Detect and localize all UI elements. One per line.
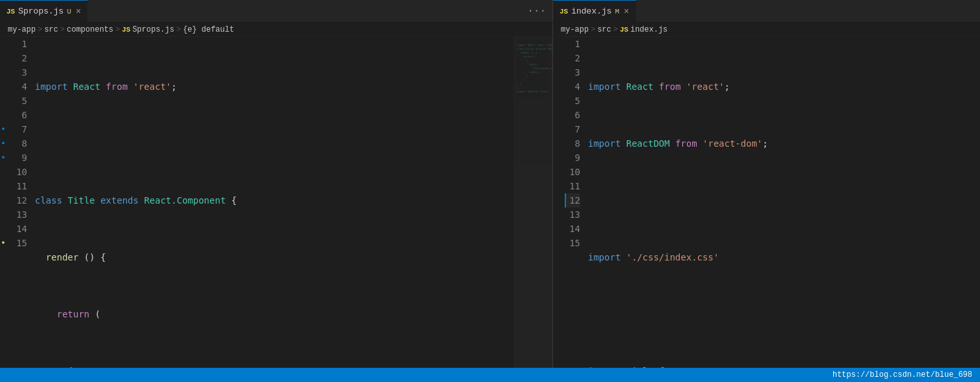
right-code-line-4: import './css/index.css' <box>588 250 977 264</box>
right-tab-bar: JS index.js M × <box>553 0 980 22</box>
code-line-5: return ( <box>35 307 511 321</box>
bc-default: {e} default <box>183 25 234 34</box>
code-line-2 <box>35 136 511 151</box>
gutter-indicator-7: ● <box>0 122 6 136</box>
tab-index-js[interactable]: JS index.js M × <box>553 0 637 22</box>
right-code-line-3 <box>588 193 977 207</box>
right-gutter <box>553 37 560 368</box>
status-bar: https://blog.csdn.net/blue_698 <box>0 368 980 382</box>
tab-dirty-indicator: U <box>67 8 71 16</box>
code-line-6: ( <box>35 364 511 368</box>
tab-sprops-label: Sprops.js <box>18 6 63 16</box>
breadcrumbs-row: my-app > src > components > JS Sprops.js… <box>0 23 980 37</box>
bc-sep4: > <box>176 25 180 34</box>
gutter-indicator-8: ● <box>0 136 6 151</box>
left-editor-pane: ● ● ● ● 1 2 3 4 5 6 7 8 9 10 11 12 <box>0 37 553 368</box>
bc-r-icon: JS <box>620 26 628 34</box>
tab-sprops-js[interactable]: JS Sprops.js U × <box>0 0 88 22</box>
tab-index-close-icon[interactable]: × <box>624 6 629 17</box>
tab-index-label: index.js <box>571 6 611 16</box>
breadcrumb-right: my-app > src > JS index.js <box>553 23 980 36</box>
left-tab-bar: JS Sprops.js U × ··· <box>0 0 553 22</box>
app-container: JS Sprops.js U × ··· JS index.js M × my-… <box>0 0 980 382</box>
gutter-indicator-9: ● <box>0 151 6 165</box>
right-code-line-1: import React from 'react'; <box>588 80 977 94</box>
bc-r-indexjs: index.js <box>630 25 668 34</box>
right-line-numbers: 1 2 3 4 5 6 7 8 9 10 11 12 13 14 15 <box>560 37 585 368</box>
left-minimap: import React from 'react'; class Title e… <box>514 37 552 368</box>
bc-sprops-icon: JS <box>122 26 130 34</box>
tab-bars-row: JS Sprops.js U × ··· JS index.js M × <box>0 0 980 23</box>
right-editor-pane: 1 2 3 4 5 6 7 8 9 10 11 12 13 14 15 impo… <box>553 37 980 368</box>
bc-sep2: > <box>60 25 65 34</box>
tab-index-dirty: M <box>615 8 620 16</box>
left-code-area[interactable]: import React from 'react'; class Title e… <box>32 37 514 368</box>
tab-spacer-right <box>637 0 980 22</box>
status-url: https://blog.csdn.net/blue_698 <box>833 370 972 379</box>
bc-r-myapp: my-app <box>561 25 589 34</box>
right-code-line-5 <box>588 307 977 321</box>
right-code-area[interactable]: import React from 'react'; import ReactD… <box>585 37 980 368</box>
left-gutter: ● ● ● ● <box>0 37 6 368</box>
code-line-1: import React from 'react'; <box>35 80 511 94</box>
tab-close-icon[interactable]: × <box>76 6 81 17</box>
bc-spropsjs: Sprops.js <box>133 25 175 34</box>
bc-sep1: > <box>38 25 42 34</box>
tab-index-icon-js: JS <box>560 8 568 16</box>
bc-src: src <box>44 25 58 34</box>
more-dots-icon: ··· <box>527 5 546 17</box>
bc-myapp: my-app <box>8 25 36 34</box>
left-line-numbers: 1 2 3 4 5 6 7 8 9 10 11 12 13 14 15 <box>6 37 32 368</box>
bc-components: components <box>67 25 113 34</box>
gutter-indicator-15: ● <box>0 236 6 250</box>
breadcrumb-left: my-app > src > components > JS Sprops.js… <box>0 23 553 36</box>
tab-icon-js: JS <box>6 8 15 16</box>
code-line-4: render () { <box>35 250 511 264</box>
bc-r-src: src <box>597 25 611 34</box>
bc-sep3: > <box>115 25 120 34</box>
tab-more-button[interactable]: ··· <box>521 0 552 22</box>
code-line-3: class Title extends React.Component { <box>35 193 511 207</box>
bc-r-sep1: > <box>591 25 595 34</box>
right-code-line-2: import ReactDOM from 'react-dom'; <box>588 136 977 151</box>
editor-area: ● ● ● ● 1 2 3 4 5 6 7 8 9 10 11 12 <box>0 37 980 368</box>
bc-r-sep2: > <box>613 25 618 34</box>
tab-spacer-left <box>88 0 521 22</box>
